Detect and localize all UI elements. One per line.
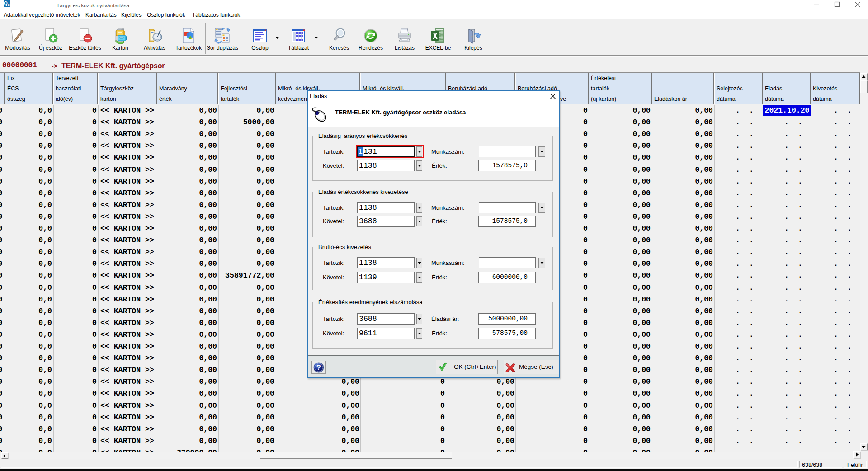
- svg-text:?: ?: [316, 364, 321, 372]
- svg-text:s: s: [8, 2, 10, 7]
